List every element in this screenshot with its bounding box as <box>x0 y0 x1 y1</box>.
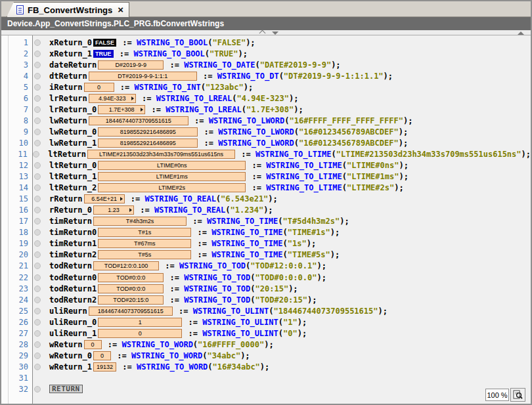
expand-value-icon[interactable] <box>141 108 143 112</box>
breakpoint-margin[interactable] <box>32 129 43 135</box>
inline-value-box[interactable]: 0 <box>84 340 102 349</box>
statement-bullet[interactable] <box>34 173 41 180</box>
inline-value-box[interactable]: 1.7E+308 <box>98 105 145 114</box>
code-line[interactable]: 17 timReturnT#4h3m2s := WSTRING_TO_TIME(… <box>1 216 531 227</box>
breakpoint-margin[interactable] <box>32 95 43 102</box>
breakpoint-margin[interactable] <box>32 196 43 202</box>
inline-value-box[interactable]: LTIME#1ms <box>98 172 246 181</box>
code-line[interactable]: 13 ltReturn_1LTIME#1ms := WSTRING_TO_LTI… <box>1 171 531 182</box>
inline-value-box[interactable]: 6.54E+21 <box>84 194 125 203</box>
inline-value-box[interactable]: LTIME#2s <box>98 183 246 192</box>
expand-down-icon[interactable] <box>272 32 278 35</box>
statement-bullet[interactable] <box>34 129 41 135</box>
inline-value-box[interactable]: LTIME#213503d23h34m33s709ms551us615ns <box>87 150 235 159</box>
breakpoint-margin[interactable] <box>32 117 43 124</box>
code-line[interactable]: 2 xReturn_1TRUE := WSTRING_TO_BOOL("TRUE… <box>1 48 531 59</box>
zoom-level-indicator[interactable]: 100 % <box>485 389 509 401</box>
breakpoint-margin[interactable] <box>32 173 43 180</box>
inline-value-box[interactable]: 18446744073709551615 <box>89 116 188 125</box>
statement-bullet[interactable] <box>33 151 39 158</box>
inline-value-box[interactable]: 0 <box>98 329 182 338</box>
code-editor[interactable]: 1 xReturn_0FALSE := WSTRING_TO_BOOL("FAL… <box>1 35 531 404</box>
breakpoint-margin[interactable] <box>32 308 43 314</box>
inline-value-box[interactable]: TOD#20:15:0 <box>98 295 164 305</box>
statement-bullet[interactable] <box>34 274 41 281</box>
code-line[interactable]: 27 uliReurn_10 := WSTRING_TO_ULINT("0"); <box>1 328 531 339</box>
split-handle-icon[interactable] <box>518 32 524 35</box>
code-line[interactable]: 3 dateReturnD#2019-9-9 := WSTRING_TO_DAT… <box>1 59 531 70</box>
breakpoint-margin[interactable] <box>32 319 43 326</box>
expand-value-icon[interactable] <box>131 96 134 100</box>
statement-bullet[interactable] <box>34 297 41 303</box>
statement-bullet[interactable] <box>34 319 41 326</box>
breakpoint-margin[interactable] <box>32 207 43 213</box>
inline-value-box[interactable]: T#5s <box>98 250 191 259</box>
statement-bullet[interactable] <box>34 196 41 202</box>
inline-value-box[interactable]: 1.23 <box>93 205 134 215</box>
breakpoint-margin[interactable] <box>32 386 43 393</box>
code-line[interactable]: 20 timReturn2T#5s := WSTRING_TO_TIME("TI… <box>1 249 531 261</box>
code-line[interactable]: 11 ltReturnLTIME#213503d23h34m33s709ms55… <box>1 148 531 160</box>
inline-value-box[interactable]: TRUE <box>93 50 114 58</box>
inline-value-box[interactable]: FALSE <box>93 39 116 47</box>
breakpoint-margin[interactable] <box>32 274 43 281</box>
statement-bullet[interactable] <box>34 73 41 79</box>
breakpoint-margin[interactable] <box>32 218 43 224</box>
breakpoint-margin[interactable] <box>32 251 43 258</box>
code-line[interactable]: 19 timReturn1T#67ms := WSTRING_TO_TIME("… <box>1 238 531 249</box>
inline-value-box[interactable]: DT#2019-9-9-1:1:1 <box>89 72 197 81</box>
code-line[interactable]: 28 wReturn0 := WSTRING_TO_WORD("16#FFFF_… <box>1 339 531 350</box>
inline-value-box[interactable]: T#4h3m2s <box>93 217 187 226</box>
code-line[interactable]: 31 <box>1 372 531 383</box>
statement-bullet[interactable] <box>34 352 41 359</box>
code-line[interactable]: 1 xReturn_0FALSE := WSTRING_TO_BOOL("FAL… <box>1 37 531 48</box>
code-line[interactable]: 21 todReturnTOD#12:0:0.100 := WSTRING_TO… <box>1 261 531 272</box>
breakpoint-margin[interactable] <box>32 51 43 57</box>
statement-bullet[interactable] <box>34 140 41 146</box>
inline-value-box[interactable]: 81985529216486895 <box>98 139 198 148</box>
inline-value-box[interactable]: 81985529216486895 <box>98 127 198 137</box>
statement-bullet[interactable] <box>34 386 41 393</box>
statement-bullet[interactable] <box>34 341 41 348</box>
breakpoint-margin[interactable] <box>32 375 43 381</box>
statement-bullet[interactable] <box>34 95 41 102</box>
breakpoint-margin[interactable] <box>32 263 43 269</box>
breakpoint-margin[interactable] <box>32 330 43 337</box>
breakpoint-margin[interactable] <box>32 62 43 68</box>
editor-splitter-bar[interactable] <box>1 30 531 35</box>
breakpoint-margin[interactable] <box>32 106 43 113</box>
statement-bullet[interactable] <box>34 106 41 113</box>
code-line[interactable]: 26 uliReurn_01 := WSTRING_TO_ULINT("1"); <box>1 316 531 328</box>
statement-bullet[interactable] <box>34 62 41 68</box>
expand-value-icon[interactable] <box>120 197 123 201</box>
code-line[interactable]: 8 lwReturn18446744073709551615 := WSTRIN… <box>1 115 531 126</box>
statement-bullet[interactable] <box>34 229 41 236</box>
inline-value-box[interactable]: 0 <box>84 83 114 92</box>
inline-value-box[interactable]: TOD#0:0:0 <box>98 284 164 293</box>
statement-bullet[interactable] <box>34 84 41 91</box>
code-line[interactable]: 29 wReturn_00 := WSTRING_TO_WORD("34abc"… <box>1 350 531 361</box>
inline-value-box[interactable]: TOD#0:0:0 <box>98 273 164 282</box>
code-line[interactable]: 4 dtReturnDT#2019-9-9-1:1:1 := WSTRING_T… <box>1 70 531 81</box>
statement-bullet[interactable] <box>34 51 41 57</box>
breakpoint-margin[interactable] <box>32 364 43 370</box>
inline-value-box[interactable]: TOD#12:0:0.100 <box>93 261 159 270</box>
code-line[interactable]: 24 todReturn2TOD#20:15:0 := WSTRING_TO_T… <box>1 294 531 305</box>
statement-bullet[interactable] <box>34 251 41 258</box>
expand-value-icon[interactable] <box>129 208 132 212</box>
breakpoint-margin[interactable] <box>32 84 43 91</box>
statement-bullet[interactable] <box>34 240 41 247</box>
breakpoint-margin[interactable] <box>32 286 43 292</box>
inline-value-box[interactable]: 0 <box>93 351 111 360</box>
statement-bullet[interactable] <box>34 364 41 370</box>
breakpoint-margin[interactable] <box>32 140 43 146</box>
breakpoint-margin[interactable] <box>32 162 43 169</box>
breakpoint-margin[interactable] <box>32 297 43 303</box>
code-line[interactable]: 18 timReturn0T#1s := WSTRING_TO_TIME("TI… <box>1 227 531 238</box>
inline-value-box[interactable]: T#1s <box>98 228 191 237</box>
code-line[interactable]: 5 iReturn0 := WSTRING_TO_INT("123abc"); <box>1 81 531 93</box>
tab-close-icon[interactable]: × <box>118 5 123 14</box>
inline-value-box[interactable]: 19132 <box>93 362 116 372</box>
statement-bullet[interactable] <box>34 330 41 337</box>
statement-bullet[interactable] <box>34 39 41 46</box>
